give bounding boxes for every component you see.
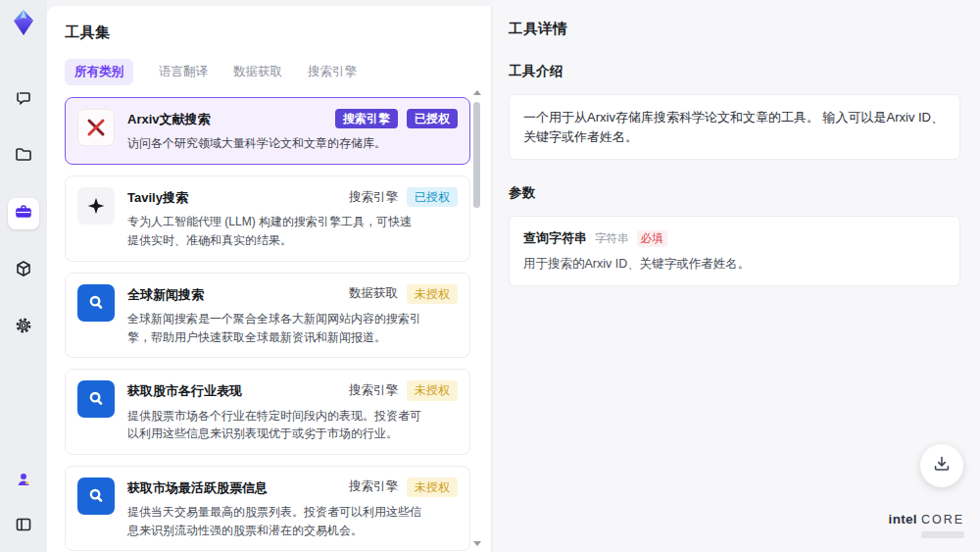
param-name: 查询字符串 [523,229,587,247]
intel-core-logo: intelCORE [889,512,964,527]
collapse-sidebar-button[interactable] [8,511,39,542]
sidebar-bottom [8,466,39,542]
app-logo-gem-icon[interactable] [9,8,38,37]
tool-card-sector-performance[interactable]: 获取股市各行业表现 搜索引擎 未授权 提供股票市场各个行业在特定时间段内的表现。… [65,369,470,455]
param-required-badge: 必填 [637,230,667,247]
sidebar-item-chat[interactable] [8,84,39,116]
user-profile-button[interactable] [8,466,39,497]
news-search-icon [77,380,115,418]
tab-search-engine[interactable]: 搜索引擎 [308,59,357,85]
tool-card-arxiv[interactable]: Arxiv文献搜索 搜索引擎 已授权 访问各个研究领域大量科学论文和文章的存储库… [65,97,470,165]
tool-description: 提供当天交易量最高的股票列表。投资者可以利用这些信息来识别流动性强的股票和潜在的… [127,503,421,539]
param-type-label: 字符串 [595,231,629,246]
params-heading: 参数 [509,184,960,202]
toolbox-icon [14,202,33,226]
tab-all-categories[interactable]: 所有类别 [65,59,133,85]
sidebar-item-models[interactable] [8,255,39,286]
tool-card-tavily[interactable]: Tavily搜索 搜索引擎 已授权 专为人工智能代理 (LLM) 构建的搜索引擎… [65,176,470,262]
details-title: 工具详情 [509,20,960,38]
tab-language-translation[interactable]: 语言翻译 [159,59,208,85]
tool-name: Tavily搜索 [127,187,188,207]
sidebar-item-tools[interactable] [8,198,39,229]
tool-name: Arxiv文献搜索 [127,109,211,128]
tool-details-panel: 工具详情 工具介绍 一个用于从Arxiv存储库搜索科学论文和文章的工具。 输入可… [493,0,980,552]
tab-data-fetch[interactable]: 数据获取 [233,59,282,85]
download-button[interactable] [920,444,963,487]
scroll-down-arrow-icon[interactable] [473,541,481,546]
tool-name: 获取市场最活跃股票信息 [127,477,268,497]
collapse-panel-icon [14,515,33,538]
tool-list: Arxiv文献搜索 搜索引擎 已授权 访问各个研究领域大量科学论文和文章的存储库… [65,97,470,552]
category-badge: 搜索引擎 [335,109,398,128]
category-label: 搜索引擎 [349,189,398,206]
sidebar-item-files[interactable] [8,141,39,173]
page-title: 工具集 [65,24,491,42]
sidebar-nav [8,84,39,343]
category-tabs: 所有类别 语言翻译 数据获取 搜索引擎 [65,59,491,85]
gear-icon [14,316,33,339]
auth-status-badge: 未授权 [407,380,458,400]
intro-heading: 工具介绍 [509,63,960,80]
tool-card-body: 获取股市各行业表现 搜索引擎 未授权 提供股票市场各个行业在特定时间段内的表现。… [127,380,458,443]
tool-name: 全球新闻搜索 [127,284,204,304]
tool-card-body: Tavily搜索 搜索引擎 已授权 专为人工智能代理 (LLM) 构建的搜索引擎… [127,187,458,250]
category-label: 搜索引擎 [349,478,398,495]
cube-icon [14,259,33,282]
auth-status-badge: 已授权 [407,109,458,128]
auth-status-badge: 未授权 [407,477,458,497]
tool-list-panel: 工具集 所有类别 语言翻译 数据获取 搜索引擎 Arxiv文献搜索 搜索引擎 已… [47,6,492,552]
intel-sub-badge [921,531,964,538]
category-label: 数据获取 [349,285,398,302]
news-search-icon [77,477,115,515]
category-label: 搜索引擎 [349,382,398,399]
chat-icon [14,88,33,112]
intro-text-box: 一个用于从Arxiv存储库搜索科学论文和文章的工具。 输入可以是Arxiv ID… [509,94,960,160]
news-search-icon [77,284,115,322]
sidebar [0,0,47,552]
tool-card-body: Arxiv文献搜索 搜索引擎 已授权 访问各个研究领域大量科学论文和文章的存储库… [127,109,458,153]
four-point-star-icon [77,187,115,225]
user-avatar-icon [14,470,33,493]
scrollbar-thumb[interactable] [473,102,480,208]
folder-icon [14,145,33,169]
parameter-card: 查询字符串 字符串 必填 用于搜索的Arxiv ID、关键字或作者姓名。 [509,216,960,286]
tool-card-active-stocks[interactable]: 获取市场最活跃股票信息 搜索引擎 未授权 提供当天交易量最高的股票列表。投资者可… [65,466,470,552]
core-wordmark: CORE [921,513,964,527]
scroll-up-arrow-icon[interactable] [473,90,481,95]
auth-status-badge: 未授权 [407,284,458,304]
list-scrollbar[interactable] [473,88,480,548]
tool-description: 访问各个研究领域大量科学论文和文章的存储库。 [127,134,414,153]
tool-description: 专为人工智能代理 (LLM) 构建的搜索引擎工具，可快速提供实时、准确和真实的结… [127,213,421,249]
tool-card-body: 获取市场最活跃股票信息 搜索引擎 未授权 提供当天交易量最高的股票列表。投资者可… [127,477,458,540]
auth-status-badge: 已授权 [407,187,458,207]
arxiv-x-icon [77,109,115,146]
sidebar-item-settings[interactable] [8,312,39,343]
intel-wordmark: intel [889,512,917,527]
param-description: 用于搜索的Arxiv ID、关键字或作者姓名。 [523,256,946,273]
tool-card-global-news[interactable]: 全球新闻搜索 数据获取 未授权 全球新闻搜索是一个聚合全球各大新闻网站内容的搜索… [65,273,470,359]
tool-card-body: 全球新闻搜索 数据获取 未授权 全球新闻搜索是一个聚合全球各大新闻网站内容的搜索… [127,284,458,347]
tool-description: 提供股票市场各个行业在特定时间段内的表现。投资者可以利用这些信息来识别表现优于或… [127,407,421,443]
download-icon [931,453,953,478]
tool-name: 获取股市各行业表现 [127,380,242,400]
tool-description: 全球新闻搜索是一个聚合全球各大新闻网站内容的搜索引擎，帮助用户快速获取全球最新资… [127,310,421,346]
